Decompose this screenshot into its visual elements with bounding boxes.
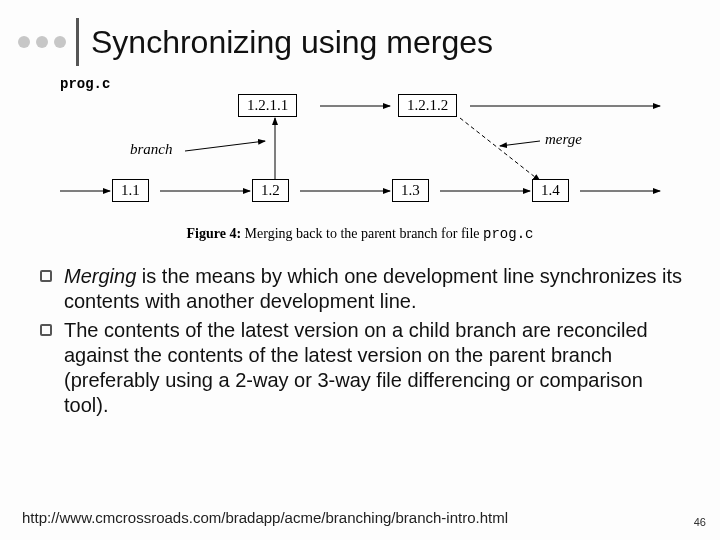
figure-caption: Merging back to the parent branch for fi… <box>245 226 480 241</box>
dot-icon <box>54 36 66 48</box>
slide-number: 46 <box>694 516 706 528</box>
bullet-text: The contents of the latest version on a … <box>64 318 692 418</box>
source-url: http://www.cmcrossroads.com/bradapp/acme… <box>22 509 508 526</box>
bullet-icon <box>40 270 52 282</box>
dot-icon <box>18 36 30 48</box>
bullet-text: Merging is the means by which one develo… <box>64 264 692 314</box>
figure-filename: prog.c <box>483 226 533 242</box>
merge-annotation: merge <box>545 131 582 148</box>
slide-title: Synchronizing using merges <box>91 24 493 61</box>
decor-dots <box>18 36 66 48</box>
branch-annotation: branch <box>130 141 173 158</box>
body-text: Merging is the means by which one develo… <box>0 256 720 418</box>
trunk-version-box: 1.2 <box>252 179 289 202</box>
trunk-version-box: 1.4 <box>532 179 569 202</box>
trunk-version-box: 1.1 <box>112 179 149 202</box>
figure-number: Figure 4: <box>187 226 242 241</box>
bullet-item: The contents of the latest version on a … <box>40 318 692 418</box>
file-label: prog.c <box>60 76 110 92</box>
branch-version-box: 1.2.1.1 <box>238 94 297 117</box>
bullet-icon <box>40 324 52 336</box>
trunk-version-box: 1.3 <box>392 179 429 202</box>
svg-line-9 <box>185 141 265 151</box>
title-divider <box>76 18 79 66</box>
branch-version-box: 1.2.1.2 <box>398 94 457 117</box>
dot-icon <box>36 36 48 48</box>
merge-diagram: prog.c 1.2.1.1 1.2.1.2 1.1 1.2 1.3 1.4 b… <box>20 76 700 256</box>
svg-line-8 <box>460 118 540 181</box>
svg-line-10 <box>500 141 540 146</box>
bullet-item: Merging is the means by which one develo… <box>40 264 692 314</box>
